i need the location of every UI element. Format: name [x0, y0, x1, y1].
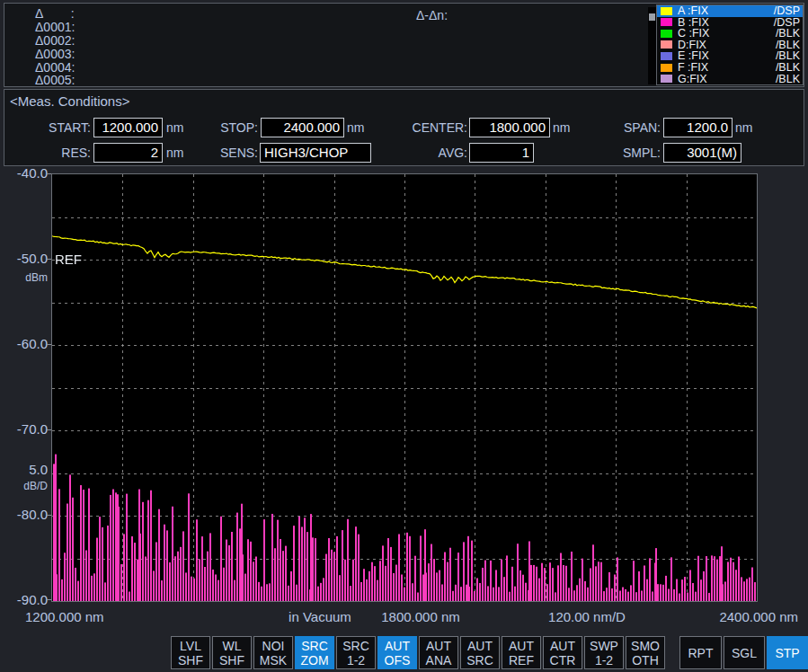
- toolbar-button-line: SMO: [626, 639, 664, 653]
- trace-row-c[interactable]: C :FIX/BLK: [657, 28, 803, 40]
- stop-unit: nm: [347, 118, 364, 137]
- soft-key-toolbar: LVLSHFWLSHFNOIMSKSRCZOMSRC1-2AUTOFSAUTAN…: [171, 636, 665, 669]
- toolbar-button-line: ZOM: [296, 653, 333, 668]
- sens-field[interactable]: HIGH3/CHOP: [260, 143, 371, 163]
- avg-label: AVG:: [364, 143, 467, 163]
- toolbar-button-wl-shf[interactable]: WLSHF: [212, 636, 252, 669]
- toolbar-button-sgl[interactable]: SGL: [724, 636, 765, 669]
- toolbar-button-smo-oth[interactable]: SMOOTH: [626, 636, 665, 669]
- meas-conditions-panel: <Meas. Conditions> START:1200.000nmSTOP:…: [4, 89, 804, 166]
- trace-scrollbar[interactable]: [648, 7, 656, 84]
- toolbar-button-line: SRC: [296, 639, 333, 653]
- toolbar-button-stp[interactable]: STP: [767, 636, 808, 669]
- meas-conditions-title: <Meas. Conditions>: [10, 93, 129, 109]
- toolbar-button-aut-ref[interactable]: AUTREF: [502, 636, 541, 669]
- sens-label: SENS:: [166, 143, 258, 163]
- toolbar-button-line: OTH: [626, 653, 664, 668]
- center-label: CENTER:: [364, 118, 467, 137]
- ref-level-label: REF: [55, 252, 82, 267]
- y-axis-label: -70.0: [0, 421, 48, 437]
- toolbar-button-lvl-shf[interactable]: LVLSHF: [171, 636, 210, 669]
- delta-marker-row-2: Δ0002:: [35, 34, 75, 48]
- toolbar-button-line: AUT: [544, 639, 582, 653]
- delta-marker-row-5: Δ0005:: [35, 74, 75, 87]
- x-center-label: 1800.000 nm: [374, 609, 467, 624]
- toolbar-button-aut-ctr[interactable]: AUTCTR: [543, 636, 582, 669]
- x-per-div-label: 120.00 nm/D: [537, 609, 636, 624]
- toolbar-button-swp-1-2[interactable]: SWP1-2: [584, 636, 624, 669]
- medium-label: in Vacuum: [270, 609, 370, 624]
- toolbar-button-line: AUT: [378, 639, 416, 653]
- span-unit: nm: [735, 118, 752, 137]
- toolbar-button-line: SRC: [461, 653, 499, 668]
- toolbar-button-line: 1-2: [585, 653, 623, 668]
- sweep-control-toolbar: RPTSGLSTP: [679, 636, 808, 669]
- trace-color-swatch: [661, 18, 672, 26]
- smpl-field[interactable]: 3001(M): [663, 143, 741, 163]
- toolbar-button-line: AUT: [420, 639, 457, 653]
- trace-row-g[interactable]: G:FIX/BLK: [657, 73, 803, 84]
- trace-row-b[interactable]: B :FIX/DSP: [657, 17, 803, 29]
- x-start-label: 1200.000 nm: [25, 609, 104, 624]
- trace-color-swatch: [661, 40, 672, 49]
- toolbar-button-line: REF: [502, 653, 540, 668]
- toolbar-button-line: WL: [213, 639, 251, 653]
- toolbar-button-src-1-2[interactable]: SRC1-2: [336, 636, 376, 669]
- toolbar-button-rpt[interactable]: RPT: [679, 636, 722, 669]
- avg-field[interactable]: 1: [469, 143, 534, 163]
- spectrum-canvas: [52, 174, 757, 601]
- toolbar-button-line: LVL: [172, 639, 209, 653]
- delta-fn-label: Δ-Δn:: [416, 8, 448, 22]
- toolbar-button-line: SRC: [337, 639, 375, 653]
- toolbar-button-line: SHF: [213, 653, 251, 668]
- trace-color-swatch: [661, 52, 672, 60]
- trace-color-swatch: [661, 75, 672, 83]
- y-axis-label: -60.0: [0, 336, 48, 351]
- y-axis-label: dBm: [0, 271, 48, 284]
- trace-status-label: /BLK: [776, 73, 800, 85]
- trace-row-e[interactable]: E :FIX/BLK: [657, 50, 803, 62]
- delta-marker-row-1: Δ0001:: [35, 21, 75, 34]
- trace-scrollbar-thumb[interactable]: [649, 13, 655, 21]
- toolbar-button-line: AUT: [461, 639, 499, 653]
- trace-color-swatch: [661, 30, 672, 38]
- y-axis-label: -80.0: [0, 507, 48, 522]
- trace-row-f[interactable]: F :FIX/BLK: [657, 62, 803, 74]
- trace-row-a[interactable]: A :FIX/DSP: [657, 5, 803, 17]
- span-label: SPAN:: [560, 118, 661, 137]
- toolbar-button-src-zom[interactable]: SRCZOM: [295, 636, 334, 669]
- toolbar-button-noi-msk[interactable]: NOIMSK: [253, 636, 293, 669]
- y-axis-label: -90.0: [0, 592, 48, 607]
- delta-marker-row-3: Δ0003:: [35, 48, 75, 61]
- smpl-label: SMPL:: [560, 143, 661, 163]
- start-field[interactable]: 1200.000: [93, 118, 163, 137]
- trace-color-swatch: [661, 64, 672, 72]
- toolbar-button-line: OFS: [378, 653, 416, 668]
- delta-marker-list: Δ :Δ0001:Δ0002:Δ0003:Δ0004:Δ0005:: [35, 7, 75, 87]
- toolbar-button-aut-ofs[interactable]: AUTOFS: [377, 636, 417, 669]
- toolbar-button-aut-src[interactable]: AUTSRC: [460, 636, 500, 669]
- span-field[interactable]: 1200.0: [663, 118, 733, 137]
- res-label: RES:: [4, 143, 91, 163]
- toolbar-button-line: SWP: [585, 639, 623, 653]
- toolbar-button-aut-ana[interactable]: AUTANA: [419, 636, 458, 669]
- x-stop-label: 2400.000 nm: [719, 609, 798, 624]
- center-field[interactable]: 1800.000: [469, 118, 550, 137]
- toolbar-button-line: NOI: [254, 639, 292, 653]
- y-axis-label: -40.0: [0, 165, 48, 181]
- trace-id-label: G:FIX: [678, 73, 707, 85]
- marker-panel: Δ :Δ0001:Δ0002:Δ0003:Δ0004:Δ0005: Δ-Δn: …: [4, 3, 804, 87]
- trace-row-d[interactable]: D:FIX/BLK: [657, 40, 803, 51]
- stop-field[interactable]: 2400.000: [261, 118, 344, 137]
- y-axis-label: 5.0: [0, 462, 48, 477]
- x-axis: 1200.000 nm in Vacuum 1800.000 nm 120.00…: [0, 609, 808, 627]
- y-axis-label: dB/D: [0, 480, 48, 492]
- spectrum-plot: REF: [51, 173, 758, 602]
- res-field[interactable]: 2: [93, 143, 163, 163]
- toolbar-button-line: AUT: [502, 639, 540, 653]
- trace-list: A :FIX/DSPB :FIX/DSPC :FIX/BLKD:FIX/BLKE…: [656, 4, 804, 85]
- delta-marker-row-4: Δ0004:: [35, 61, 75, 75]
- osa-screen: Δ :Δ0001:Δ0002:Δ0003:Δ0004:Δ0005: Δ-Δn: …: [0, 0, 808, 672]
- toolbar-button-line: MSK: [254, 653, 292, 668]
- start-label: START:: [4, 118, 91, 137]
